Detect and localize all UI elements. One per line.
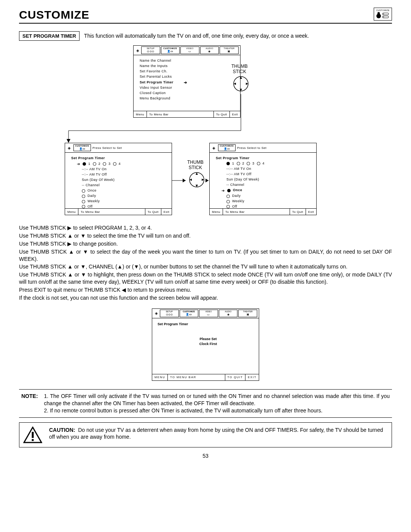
- tv-on-row: --:-- AM TV On: [71, 167, 172, 172]
- down-arrow-icon: ▼: [134, 264, 139, 270]
- down-arrow-icon: ▼: [83, 249, 89, 255]
- tab-customize: CUSTOMIZE👤▭: [180, 310, 199, 317]
- remote-icon: ◈: [135, 46, 140, 54]
- thumbstick-label: THUMBSTICK: [187, 160, 204, 171]
- customize-corner-icon: CUSTOMIZE: [374, 8, 392, 21]
- svg-marker-18: [240, 89, 242, 91]
- down-arrow-icon: ▼: [81, 272, 86, 278]
- note-line: 2. If no remote control button is presse…: [44, 407, 390, 414]
- up-arrow-icon: ▲: [67, 233, 73, 239]
- tab-audio: AUDIO◉: [200, 46, 219, 54]
- footer-exit: Exit: [306, 209, 316, 215]
- menu-item: Name the Channel: [140, 58, 240, 64]
- radio-icon: [103, 162, 106, 166]
- tab-customize: CUSTOMIZE👤▭: [73, 144, 91, 151]
- osd-customize-menu: ◈ SETUP◎◎◎ CUSTOMIZE👤▭ VIDEO▭ AUDIO◉ THE…: [133, 45, 241, 118]
- clock-msg-line: Please Set: [158, 337, 259, 342]
- tv-off-row: --:-- AM TV Off: [216, 172, 316, 177]
- right-arrow-icon: ▶: [67, 241, 72, 247]
- svg-marker-20: [246, 83, 248, 85]
- radio-icon: [82, 200, 85, 203]
- footer-menu: Menu: [65, 210, 78, 214]
- tab-theater: THEATER▣: [238, 310, 257, 317]
- menu-item: Name the Inputs: [140, 64, 240, 69]
- remote-icon: ◈: [211, 146, 217, 150]
- right-arrow-icon: ➔: [221, 188, 225, 194]
- remote-icon: ◈: [67, 146, 72, 150]
- radio-icon: [82, 195, 85, 198]
- menu-item-selected: Set Program Timer ➔: [140, 80, 240, 86]
- tv-off-row: --:-- AM TV Off: [71, 172, 172, 177]
- clock-msg-line: Clock First: [158, 342, 259, 347]
- radio-icon: [83, 162, 86, 166]
- note-box: NOTE: 1. The OFF Timer will only activat…: [19, 389, 392, 418]
- tab-setup: SETUP◎◎◎: [141, 46, 160, 54]
- osd-heading: Set Program Timer: [71, 156, 172, 161]
- radio-icon: [237, 162, 240, 165]
- svg-rect-28: [32, 439, 34, 441]
- svg-rect-27: [32, 432, 34, 438]
- svg-marker-11: [67, 139, 70, 143]
- svg-point-4: [383, 14, 384, 14]
- footer-menu: Menu: [134, 113, 147, 116]
- tab-video: VIDEO▭: [180, 46, 199, 54]
- footer-menu: MENU: [152, 375, 167, 379]
- caution-text: Do not use your TV as a deterrent when a…: [49, 427, 383, 440]
- radio-icon: [226, 200, 230, 203]
- down-arrow-icon: ▼: [80, 233, 86, 239]
- thumbstick-icon: [232, 75, 250, 93]
- footer-toquit: TO QUIT: [225, 374, 245, 380]
- right-arrow-icon: ➔: [183, 80, 187, 86]
- svg-point-1: [378, 12, 380, 14]
- left-arrow-icon: ◀: [122, 287, 126, 293]
- caution-label: CAUTION:: [49, 427, 75, 433]
- footer-tomenubar: To Menu Bar: [78, 209, 102, 215]
- footer-tomenubar: To Menu Bar: [223, 209, 247, 215]
- warning-icon: [23, 427, 42, 443]
- page-title: CUSTOMIZE: [19, 8, 370, 21]
- svg-marker-23: [196, 185, 198, 187]
- radio-icon: [93, 162, 96, 166]
- svg-marker-17: [240, 77, 242, 79]
- svg-marker-24: [190, 179, 192, 181]
- svg-marker-19: [234, 83, 236, 85]
- svg-marker-15: [206, 179, 209, 182]
- thumbstick-label: THUMBSTICK: [231, 64, 248, 75]
- osd-program-timer-step1: ◈ CUSTOMIZE👤▭ Press Select to Set Set Pr…: [65, 143, 172, 215]
- svg-marker-25: [202, 179, 204, 181]
- radio-icon: [226, 162, 230, 165]
- footer-tomenubar: To Menu Bar: [147, 111, 171, 117]
- footer-toquit: To Quit: [290, 209, 306, 215]
- thumbstick-icon: [188, 171, 206, 189]
- section-desc: This function will automatically turn th…: [80, 31, 309, 39]
- radio-icon: [227, 189, 231, 192]
- radio-icon: [113, 162, 116, 166]
- footer-tomenubar: TO MENU BAR: [167, 374, 198, 380]
- up-arrow-icon: ▲: [117, 264, 123, 270]
- day-row: Sun (Day Of Week): [71, 177, 172, 183]
- right-arrow-icon: ➔: [76, 161, 80, 167]
- press-select-label: Press Select to Set: [237, 146, 267, 150]
- menu-item: Set Favorite Ch.: [140, 69, 240, 74]
- page-number: 53: [19, 453, 392, 459]
- svg-point-5: [383, 17, 384, 18]
- press-select-label: Press Select to Set: [92, 146, 122, 150]
- footer-toquit: To Quit: [213, 111, 229, 117]
- up-arrow-icon: ▲: [68, 249, 74, 255]
- tab-customize: CUSTOMIZE👤▭: [161, 46, 180, 54]
- footer-exit: Exit: [229, 111, 240, 117]
- tv-on-row: --:-- AM TV On: [216, 166, 316, 172]
- radio-icon: [226, 195, 230, 198]
- menu-item: Menu Background: [140, 96, 240, 101]
- note-line: 1. The OFF Timer will only activate if t…: [44, 393, 390, 407]
- instructions-block: Use THUMB STICK ▶ to select PROGRAM 1, 2…: [19, 224, 392, 302]
- svg-marker-13: [183, 179, 186, 182]
- osd-flow-diagram: ◈ SETUP◎◎◎ CUSTOMIZE👤▭ VIDEO▭ AUDIO◉ THE…: [19, 45, 392, 220]
- tab-theater: THEATER▣: [220, 46, 239, 54]
- menu-item: Set Parental Locks: [140, 74, 240, 80]
- osd-heading: Set Program Timer: [216, 156, 316, 161]
- down-arrow-icon: ▼: [80, 264, 86, 270]
- tab-customize: CUSTOMIZE👤▭: [218, 144, 236, 151]
- note-label: NOTE:: [21, 393, 38, 414]
- tab-setup: SETUP◎◎◎: [160, 310, 179, 317]
